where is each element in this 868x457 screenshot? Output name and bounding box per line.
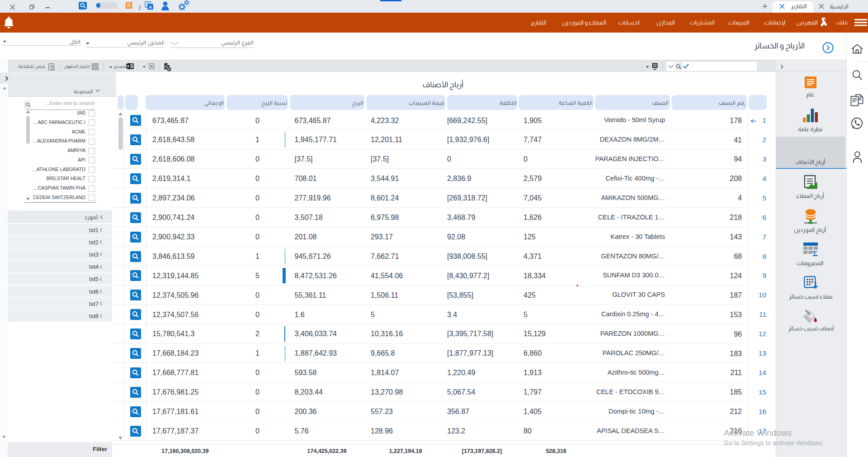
svg-text:Σ: Σ: [812, 249, 817, 256]
svg-text:A: A: [149, 5, 152, 10]
